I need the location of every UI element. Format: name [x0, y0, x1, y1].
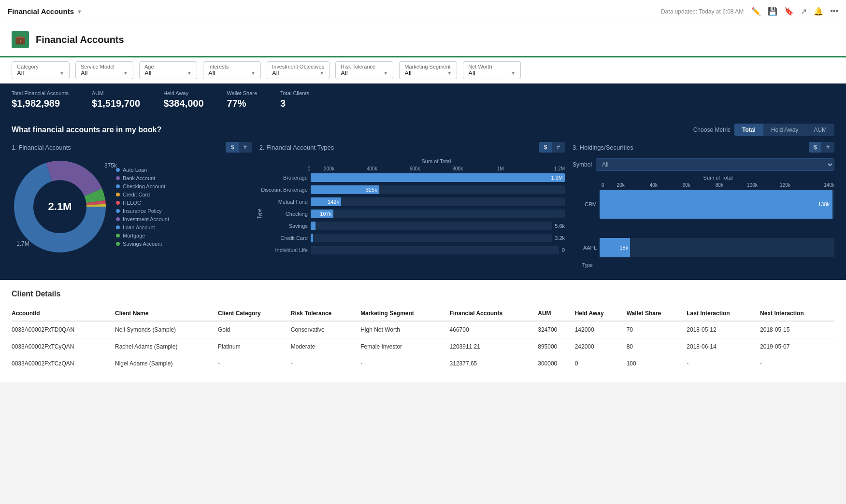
filter-category[interactable]: Category All ▼: [12, 61, 70, 79]
legend-label-bank-account: Bank Account: [123, 175, 155, 181]
chart3-toggle: $ #: [809, 142, 834, 153]
share-icon[interactable]: ↗: [801, 7, 807, 16]
symbol-label: Symbol: [573, 161, 592, 168]
filter-interests[interactable]: Interests All ▼: [203, 61, 261, 79]
col-marketing-segment: Marketing Segment: [360, 306, 449, 321]
symbol-select[interactable]: All: [596, 158, 834, 171]
legend-dot-loan-account: [116, 225, 120, 229]
legend-label-loan-account: Loan Account: [123, 224, 155, 230]
table-cell: Conservative: [291, 321, 360, 338]
filter-age-chevron: ▼: [187, 70, 192, 76]
chart3-header: 3. Holdings/Securities $ #: [573, 142, 834, 153]
chart2-hash-btn[interactable]: #: [552, 142, 565, 153]
legend-item-checking-account: Checking Account: [116, 183, 169, 189]
col-account-id: AccountId: [12, 306, 115, 321]
bar-bg-savings: [311, 222, 552, 230]
table-cell: Neil Symonds (Sample): [115, 321, 218, 338]
filters-bar: Category All ▼ Service Model All ▼ Age A…: [0, 57, 846, 84]
chart-panel-1: 1. Financial Accounts $ #: [12, 142, 252, 268]
bar-val-credit-card-ext: 3.2k: [555, 235, 565, 241]
bar-bg-individual-life: [311, 246, 559, 254]
table-cell: 324700: [538, 321, 574, 338]
client-details-title: Client Details: [12, 290, 834, 298]
chart2-dollar-btn[interactable]: $: [539, 142, 552, 153]
chart2-y-label: Type: [257, 209, 262, 219]
table-header-row: AccountId Client Name Client Category Ri…: [12, 306, 834, 321]
chart3-y-label: Type: [582, 263, 593, 268]
filter-investment-objectives-value: All ▼: [272, 70, 324, 77]
tick-12m: 1.2M: [522, 166, 565, 171]
table-cell: Rachel Adams (Sample): [115, 338, 218, 355]
metric-btn-held-away[interactable]: Held Away: [763, 124, 806, 136]
filter-service-model-value: All ▼: [81, 70, 128, 77]
filter-service-model[interactable]: Service Model All ▼: [75, 61, 133, 79]
donut-area: 2.1M 375k 1.7M Auto Loan Bank Account Ch…: [12, 158, 252, 255]
bookmark-icon[interactable]: 🔖: [784, 7, 794, 16]
col-next-interaction: Next Interaction: [760, 306, 834, 321]
legend-label-checking-account: Checking Account: [123, 183, 165, 189]
filter-risk-tolerance[interactable]: Risk Tolerance All ▼: [335, 61, 393, 79]
client-details-table: AccountId Client Name Client Category Ri…: [12, 306, 834, 372]
bell-icon[interactable]: 🔔: [814, 7, 823, 16]
filter-risk-tolerance-value: All ▼: [341, 70, 388, 77]
table-cell: High Net Worth: [360, 321, 449, 338]
h-tick-40k: 40k: [637, 182, 670, 188]
bar-bg-aapl: 18k: [600, 238, 834, 257]
filter-risk-tolerance-chevron: ▼: [383, 70, 388, 76]
legend-item-credit-card: Credit Card: [116, 192, 169, 197]
filter-category-chevron: ▼: [59, 70, 64, 76]
filter-net-worth[interactable]: Net Worth All ▼: [463, 61, 521, 79]
summary-held-away: Held Away $384,000: [163, 90, 203, 109]
bar-label-savings: Savings: [259, 223, 308, 229]
bar-val-mutual-fund: 142k: [328, 199, 339, 205]
legend-dot-bank-account: [116, 176, 120, 180]
summary-aum: AUM $1,519,700: [92, 90, 140, 109]
chart1-hash-btn[interactable]: #: [239, 142, 252, 153]
edit-icon[interactable]: ✏️: [751, 7, 761, 16]
bar-row-crm: CRM 138k: [573, 190, 834, 219]
filter-investment-objectives[interactable]: Investment Objectives All ▼: [267, 61, 330, 79]
table-cell: Moderate: [291, 338, 360, 355]
h-tick-140k: 140k: [802, 182, 834, 188]
bar-val-individual-life-ext: 0: [562, 247, 565, 253]
chart3-hash-btn[interactable]: #: [821, 142, 834, 153]
chart3-dollar-btn[interactable]: $: [809, 142, 822, 153]
more-icon[interactable]: •••: [830, 7, 838, 16]
page-header: 💼 Financial Accounts: [0, 23, 846, 57]
bar-fill-mutual-fund: 142k: [311, 197, 341, 206]
legend-label-heloc: HELOC: [123, 200, 141, 206]
filter-age[interactable]: Age All ▼: [139, 61, 197, 79]
legend-item-heloc: HELOC: [116, 200, 169, 206]
table-cell: Gold: [218, 321, 291, 338]
col-held-away: Held Away: [575, 306, 627, 321]
h-tick-20k: 20k: [604, 182, 637, 188]
filter-investment-objectives-label: Investment Objectives: [272, 64, 324, 70]
summary-aum-value: $1,519,700: [92, 98, 140, 109]
chart1-dollar-btn[interactable]: $: [226, 142, 239, 153]
table-cell: -: [360, 355, 449, 372]
chart-panel-3: 3. Holdings/Securities $ # Symbol All Su…: [573, 142, 834, 268]
bar-bg-checking: 107k: [311, 210, 565, 218]
filter-age-value: All ▼: [144, 70, 192, 77]
save-icon[interactable]: 💾: [768, 7, 777, 16]
table-cell: 2018-05-15: [760, 321, 834, 338]
table-cell: 0033A00002FxTCyQAN: [12, 338, 115, 355]
legend-label-credit-card: Credit Card: [123, 192, 150, 197]
metric-btn-total[interactable]: Total: [734, 124, 763, 136]
table-cell: 242000: [575, 338, 627, 355]
legend-label-insurance-policy: Insurance Policy: [123, 208, 162, 214]
metric-btn-aum[interactable]: AUM: [806, 124, 834, 136]
bar-fill-savings: [311, 222, 315, 230]
table-cell: 312377.65: [450, 355, 538, 372]
bar-bg-discount-brokerage: 325k: [311, 185, 565, 194]
holdings-bars: CRM 138k AAPL 18k: [573, 190, 834, 257]
legend-label-mortgage: Mortgage: [123, 233, 145, 238]
table-cell: 0033A00002FxTCzQAN: [12, 355, 115, 372]
table-cell: 100: [627, 355, 687, 372]
bar-bg-crm: 138k: [600, 190, 834, 219]
h-tick-120k: 120k: [769, 182, 802, 188]
legend-label-auto-loan: Auto Loan: [123, 167, 147, 173]
legend-dot-savings-account: [116, 242, 120, 246]
filter-service-model-chevron: ▼: [123, 70, 128, 76]
filter-marketing-segment[interactable]: Marketing Segment All ▼: [399, 61, 457, 79]
